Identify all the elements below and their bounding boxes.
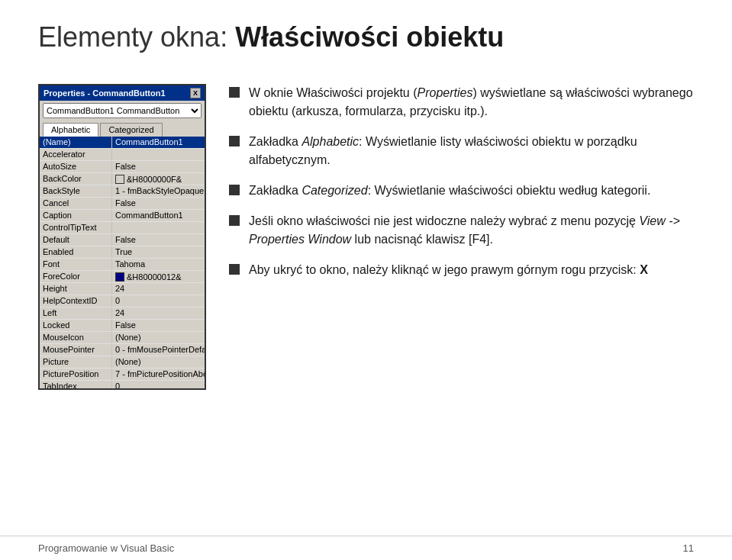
backcolor-swatch — [115, 175, 124, 184]
properties-tabs: Alphabetic Categorized — [40, 121, 205, 137]
footer-left: Programowanie w Visual Basic — [38, 542, 174, 554]
page-title: Elementy okna: Właściwości obiektu — [38, 21, 694, 53]
bullet-text-3: Zakładka Categorized: Wyświetlanie właśc… — [249, 182, 650, 200]
properties-window: Properties - CommandButton1 X CommandBut… — [38, 84, 206, 390]
bullet-item-2: Zakładka Alphabetic: Wyświetlanie listy … — [229, 133, 694, 169]
prop-row-left[interactable]: Left 24 — [40, 307, 205, 320]
bullet-text-2: Zakładka Alphabetic: Wyświetlanie listy … — [249, 133, 694, 169]
slide-content: Properties - CommandButton1 X CommandBut… — [0, 69, 732, 536]
slide-footer: Programowanie w Visual Basic 11 — [0, 536, 732, 560]
prop-value-text: CommandButton1 — [112, 137, 205, 148]
bullet-icon-1 — [229, 87, 240, 98]
prop-row-mousepointer[interactable]: MousePointer 0 - fmMousePointerDefault — [40, 344, 205, 356]
bullet-icon-3 — [229, 185, 240, 195]
prop-row-default[interactable]: Default False — [40, 234, 205, 246]
bullet-icon-5 — [229, 264, 240, 275]
prop-row-backstyle[interactable]: BackStyle 1 - fmBackStyleOpaque — [40, 185, 205, 198]
bullet-item-3: Zakładka Categorized: Wyświetlanie właśc… — [229, 182, 694, 200]
slide: Elementy okna: Właściwości obiektu Prope… — [0, 0, 732, 560]
prop-row-picture[interactable]: Picture (None) — [40, 356, 205, 369]
footer-page: 11 — [683, 542, 694, 554]
prop-row-name[interactable]: (Name) CommandButton1 — [40, 137, 205, 149]
properties-list-container: (Name) CommandButton1 Accelerator AutoSi… — [40, 137, 205, 388]
title-bold: Właściwości obiektu — [235, 21, 504, 53]
prop-name-label: (Name) — [40, 137, 112, 148]
close-icon: X — [193, 89, 198, 97]
prop-row-pictureposition[interactable]: PicturePosition 7 - fmPicturePositionAbo… — [40, 369, 205, 381]
bullet-icon-2 — [229, 136, 240, 146]
prop-row-caption[interactable]: Caption CommandButton1 — [40, 210, 205, 222]
bullet-text-4: Jeśli okno właściwości nie jest widoczne… — [249, 212, 694, 249]
bullet-text-5: Aby ukryć to okno, należy kliknąć w jego… — [249, 261, 648, 279]
tab-categorized[interactable]: Categorized — [100, 123, 162, 137]
slide-header: Elementy okna: Właściwości obiektu — [0, 0, 732, 69]
properties-titlebar: Properties - CommandButton1 X — [40, 85, 205, 101]
prop-row-tabindex[interactable]: TabIndex 0 — [40, 381, 205, 388]
prop-row-autosize[interactable]: AutoSize False — [40, 161, 205, 173]
properties-title-text: Properties - CommandButton1 — [44, 89, 166, 98]
title-normal: Elementy okna: — [38, 21, 235, 53]
prop-row-backcolor[interactable]: BackColor &H8000000F& — [40, 173, 205, 185]
properties-rows: (Name) CommandButton1 Accelerator AutoSi… — [40, 137, 205, 388]
object-selector: CommandButton1 CommandButton — [40, 101, 205, 121]
tab-alphabetic[interactable]: Alphabetic — [43, 123, 98, 137]
bullet-text-1: W oknie Właściwości projektu (Properties… — [249, 84, 694, 121]
prop-row-controltiptext[interactable]: ControlTipText — [40, 222, 205, 234]
prop-row-accelerator[interactable]: Accelerator — [40, 149, 205, 161]
close-button[interactable]: X — [190, 88, 201, 98]
bullet-icon-4 — [229, 215, 240, 226]
bullet-item-5: Aby ukryć to okno, należy kliknąć w jego… — [229, 261, 694, 279]
forecolor-swatch — [115, 272, 124, 282]
bullet-item-4: Jeśli okno właściwości nie jest widoczne… — [229, 212, 694, 249]
prop-row-font[interactable]: Font Tahoma — [40, 259, 205, 271]
prop-row-height[interactable]: Height 24 — [40, 283, 205, 295]
prop-row-helpcontextid[interactable]: HelpContextID 0 — [40, 295, 205, 307]
prop-row-locked[interactable]: Locked False — [40, 320, 205, 332]
slide-text: W oknie Właściwości projektu (Properties… — [229, 76, 694, 520]
object-dropdown[interactable]: CommandButton1 CommandButton — [43, 103, 202, 118]
prop-row-enabled[interactable]: Enabled True — [40, 246, 205, 259]
bullet-item-1: W oknie Właściwości projektu (Properties… — [229, 84, 694, 121]
prop-row-cancel[interactable]: Cancel False — [40, 198, 205, 210]
prop-row-mouseicon[interactable]: MouseIcon (None) — [40, 332, 205, 344]
prop-row-forecolor[interactable]: ForeColor &H80000012& — [40, 271, 205, 283]
